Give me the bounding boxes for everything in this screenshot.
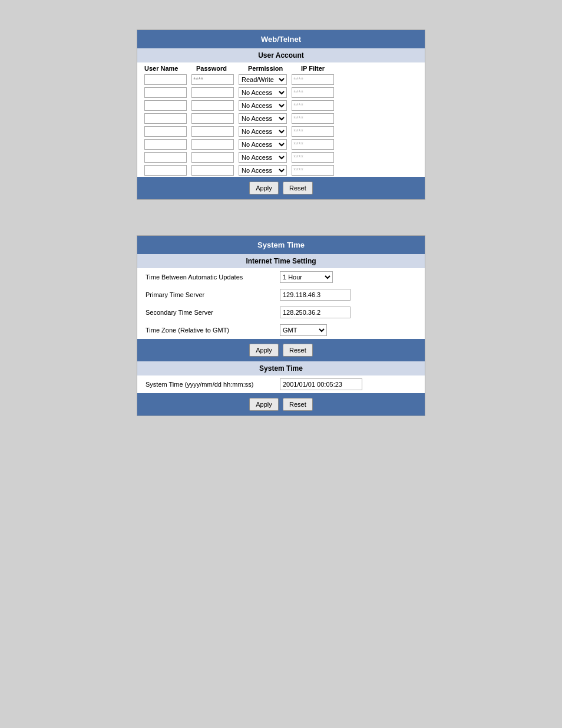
permission-select-6[interactable]: No Access Read/Write Read Only [239,139,287,150]
internet-time-apply-button[interactable]: Apply [249,344,279,357]
username-field-1[interactable] [144,74,187,85]
primary-server-row: Primary Time Server [137,286,425,304]
table-row: No Access Read/Write Read Only [137,112,425,125]
permission-select-3[interactable]: No Access Read/Write Read Only [239,100,287,111]
system-time-input[interactable] [280,378,362,390]
timezone-label: Time Zone (Relative to GMT) [146,327,275,334]
system-time-row: System Time (yyyy/mm/dd hh:mm:ss) [137,375,425,393]
password-field-6[interactable] [191,139,234,150]
internet-time-reset-button[interactable]: Reset [283,344,313,357]
col-username: User Name [144,65,191,72]
ipfilter-field-5[interactable] [292,126,334,137]
table-row: No Access Read/Write Read Only [137,138,425,151]
timezone-row: Time Zone (Relative to GMT) GMT GMT+1 GM… [137,321,425,339]
ipfilter-field-7[interactable] [292,152,334,163]
permission-select-4[interactable]: No Access Read/Write Read Only [239,113,287,124]
ipfilter-field-3[interactable] [292,100,334,111]
username-field-7[interactable] [144,152,187,163]
webtelnet-footer: Apply Reset [137,177,425,199]
password-field-7[interactable] [191,152,234,163]
system-time-reset-button[interactable]: Reset [283,398,313,411]
webtelnet-panel: Web/Telnet User Account User Name Passwo… [137,29,425,200]
ipfilter-field-1[interactable] [292,74,334,85]
permission-select-7[interactable]: No Access Read/Write Read Only [239,152,287,163]
ipfilter-field-4[interactable] [292,113,334,124]
system-time-section: System Time [137,361,425,375]
page-wrapper: Web/Telnet User Account User Name Passwo… [12,12,550,434]
table-row: No Access Read/Write Read Only [137,99,425,112]
col-password: Password [196,65,243,72]
table-row: No Access Read/Write Read Only [137,125,425,138]
username-field-4[interactable] [144,113,187,124]
ipfilter-field-6[interactable] [292,139,334,150]
primary-server-label: Primary Time Server [146,291,275,298]
time-between-label: Time Between Automatic Updates [146,274,275,281]
ipfilter-field-2[interactable] [292,87,334,98]
system-time-apply-button[interactable]: Apply [249,398,279,411]
password-field-4[interactable] [191,113,234,124]
password-field-8[interactable] [191,165,234,176]
primary-server-input[interactable] [280,289,351,301]
time-between-select[interactable]: 1 Hour 2 Hours 6 Hours 12 Hours 24 Hours [280,271,333,283]
internet-time-section: Internet Time Setting [137,254,425,268]
permission-select-5[interactable]: No Access Read/Write Read Only [239,126,287,137]
username-field-5[interactable] [144,126,187,137]
permission-select-8[interactable]: No Access Read/Write Read Only [239,165,287,176]
permission-select-2[interactable]: No Access Read/Write Read Only [239,87,287,98]
column-headers: User Name Password Permission IP Filter [137,62,425,73]
permission-select-1[interactable]: Read/Write No Access Read Only [239,74,287,85]
secondary-server-input[interactable] [280,307,351,318]
col-ipfilter: IP Filter [301,65,354,72]
internet-time-footer: Apply Reset [137,339,425,361]
col-permission: Permission [248,65,301,72]
secondary-server-label: Secondary Time Server [146,309,275,316]
systemtime-title: System Time [137,236,425,254]
password-field-5[interactable] [191,126,234,137]
table-row: No Access Read/Write Read Only [137,164,425,177]
system-time-label: System Time (yyyy/mm/dd hh:mm:ss) [146,381,275,388]
username-field-2[interactable] [144,87,187,98]
systemtime-panel: System Time Internet Time Setting Time B… [137,235,425,416]
secondary-server-row: Secondary Time Server [137,304,425,321]
webtelnet-title: Web/Telnet [137,30,425,48]
username-field-6[interactable] [144,139,187,150]
password-field-1[interactable] [191,74,234,85]
password-field-2[interactable] [191,87,234,98]
webtelnet-reset-button[interactable]: Reset [283,182,313,195]
system-time-footer: Apply Reset [137,393,425,416]
table-row: No Access Read/Write Read Only [137,151,425,164]
table-row: No Access Read/Write Read Only [137,86,425,99]
table-row: Read/Write No Access Read Only [137,73,425,86]
webtelnet-apply-button[interactable]: Apply [249,182,279,195]
username-field-8[interactable] [144,165,187,176]
timezone-select[interactable]: GMT GMT+1 GMT+2 GMT+8 GMT-5 GMT-8 [280,324,327,336]
username-field-3[interactable] [144,100,187,111]
user-account-section: User Account [137,48,425,62]
ipfilter-field-8[interactable] [292,165,334,176]
password-field-3[interactable] [191,100,234,111]
time-between-row: Time Between Automatic Updates 1 Hour 2 … [137,268,425,286]
